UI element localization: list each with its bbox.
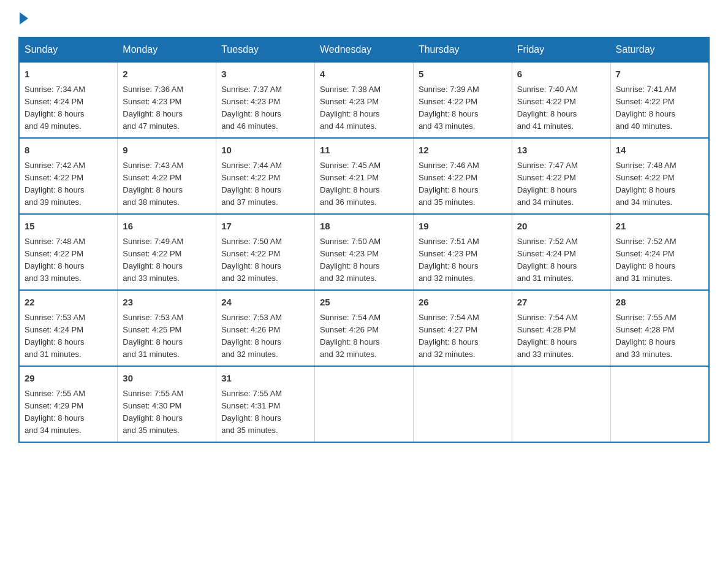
calendar-cell: 24 Sunrise: 7:53 AMSunset: 4:26 PMDaylig… <box>216 290 315 366</box>
calendar-table: SundayMondayTuesdayWednesdayThursdayFrid… <box>18 37 710 443</box>
day-info: Sunrise: 7:34 AMSunset: 4:24 PMDaylight:… <box>25 85 85 131</box>
day-number: 26 <box>419 296 507 310</box>
calendar-week-row: 15 Sunrise: 7:48 AMSunset: 4:22 PMDaylig… <box>19 214 709 290</box>
calendar-cell <box>610 366 709 442</box>
day-number: 9 <box>123 144 211 158</box>
day-info: Sunrise: 7:52 AMSunset: 4:24 PMDaylight:… <box>616 237 677 283</box>
calendar-cell: 10 Sunrise: 7:44 AMSunset: 4:22 PMDaylig… <box>216 138 315 214</box>
calendar-cell: 19 Sunrise: 7:51 AMSunset: 4:23 PMDaylig… <box>413 214 512 290</box>
calendar-cell: 23 Sunrise: 7:53 AMSunset: 4:25 PMDaylig… <box>118 290 216 366</box>
day-info: Sunrise: 7:48 AMSunset: 4:22 PMDaylight:… <box>25 237 85 283</box>
day-number: 17 <box>221 220 309 234</box>
calendar-cell: 12 Sunrise: 7:46 AMSunset: 4:22 PMDaylig… <box>413 138 512 214</box>
calendar-cell: 4 Sunrise: 7:38 AMSunset: 4:23 PMDayligh… <box>315 62 414 138</box>
day-info: Sunrise: 7:46 AMSunset: 4:22 PMDaylight:… <box>419 161 479 207</box>
calendar-cell: 18 Sunrise: 7:50 AMSunset: 4:23 PMDaylig… <box>315 214 414 290</box>
calendar-cell: 31 Sunrise: 7:55 AMSunset: 4:31 PMDaylig… <box>216 366 315 442</box>
day-info: Sunrise: 7:53 AMSunset: 4:26 PMDaylight:… <box>221 313 282 359</box>
day-info: Sunrise: 7:54 AMSunset: 4:28 PMDaylight:… <box>517 313 578 359</box>
day-info: Sunrise: 7:36 AMSunset: 4:23 PMDaylight:… <box>123 85 183 131</box>
day-number: 24 <box>221 296 309 310</box>
calendar-cell: 5 Sunrise: 7:39 AMSunset: 4:22 PMDayligh… <box>413 62 512 138</box>
page-header <box>18 12 710 25</box>
day-number: 19 <box>419 220 507 234</box>
day-info: Sunrise: 7:42 AMSunset: 4:22 PMDaylight:… <box>25 161 85 207</box>
day-number: 7 <box>616 67 703 82</box>
day-info: Sunrise: 7:54 AMSunset: 4:27 PMDaylight:… <box>419 313 479 359</box>
calendar-week-row: 1 Sunrise: 7:34 AMSunset: 4:24 PMDayligh… <box>19 62 709 138</box>
day-number: 13 <box>517 144 605 158</box>
day-info: Sunrise: 7:55 AMSunset: 4:31 PMDaylight:… <box>221 389 282 435</box>
day-info: Sunrise: 7:43 AMSunset: 4:22 PMDaylight:… <box>123 161 183 207</box>
col-header-wednesday: Wednesday <box>315 37 414 62</box>
day-number: 11 <box>320 144 408 158</box>
calendar-cell: 26 Sunrise: 7:54 AMSunset: 4:27 PMDaylig… <box>413 290 512 366</box>
calendar-cell <box>315 366 414 442</box>
day-info: Sunrise: 7:51 AMSunset: 4:23 PMDaylight:… <box>419 237 479 283</box>
calendar-cell: 14 Sunrise: 7:48 AMSunset: 4:22 PMDaylig… <box>610 138 709 214</box>
calendar-header-row: SundayMondayTuesdayWednesdayThursdayFrid… <box>19 37 709 62</box>
calendar-cell: 27 Sunrise: 7:54 AMSunset: 4:28 PMDaylig… <box>512 290 610 366</box>
day-info: Sunrise: 7:47 AMSunset: 4:22 PMDaylight:… <box>517 161 578 207</box>
calendar-cell: 15 Sunrise: 7:48 AMSunset: 4:22 PMDaylig… <box>19 214 118 290</box>
calendar-cell: 7 Sunrise: 7:41 AMSunset: 4:22 PMDayligh… <box>610 62 709 138</box>
day-info: Sunrise: 7:50 AMSunset: 4:23 PMDaylight:… <box>320 237 381 283</box>
calendar-cell: 28 Sunrise: 7:55 AMSunset: 4:28 PMDaylig… <box>610 290 709 366</box>
day-number: 3 <box>221 67 309 82</box>
day-number: 30 <box>123 372 211 386</box>
calendar-cell: 17 Sunrise: 7:50 AMSunset: 4:22 PMDaylig… <box>216 214 315 290</box>
calendar-cell: 16 Sunrise: 7:49 AMSunset: 4:22 PMDaylig… <box>118 214 216 290</box>
day-number: 22 <box>25 296 112 310</box>
calendar-cell: 29 Sunrise: 7:55 AMSunset: 4:29 PMDaylig… <box>19 366 118 442</box>
day-info: Sunrise: 7:38 AMSunset: 4:23 PMDaylight:… <box>320 85 381 131</box>
calendar-cell: 8 Sunrise: 7:42 AMSunset: 4:22 PMDayligh… <box>19 138 118 214</box>
day-number: 25 <box>320 296 408 310</box>
calendar-week-row: 22 Sunrise: 7:53 AMSunset: 4:24 PMDaylig… <box>19 290 709 366</box>
day-number: 31 <box>221 372 309 386</box>
calendar-cell: 13 Sunrise: 7:47 AMSunset: 4:22 PMDaylig… <box>512 138 610 214</box>
logo <box>18 12 28 25</box>
col-header-friday: Friday <box>512 37 610 62</box>
col-header-thursday: Thursday <box>413 37 512 62</box>
calendar-cell: 21 Sunrise: 7:52 AMSunset: 4:24 PMDaylig… <box>610 214 709 290</box>
col-header-sunday: Sunday <box>19 37 118 62</box>
calendar-cell: 3 Sunrise: 7:37 AMSunset: 4:23 PMDayligh… <box>216 62 315 138</box>
day-info: Sunrise: 7:55 AMSunset: 4:29 PMDaylight:… <box>25 389 85 435</box>
calendar-cell: 30 Sunrise: 7:55 AMSunset: 4:30 PMDaylig… <box>118 366 216 442</box>
calendar-cell: 9 Sunrise: 7:43 AMSunset: 4:22 PMDayligh… <box>118 138 216 214</box>
day-number: 10 <box>221 144 309 158</box>
day-number: 15 <box>25 220 112 234</box>
day-info: Sunrise: 7:52 AMSunset: 4:24 PMDaylight:… <box>517 237 578 283</box>
day-number: 29 <box>25 372 112 386</box>
day-number: 6 <box>517 67 605 82</box>
day-number: 18 <box>320 220 408 234</box>
calendar-cell: 1 Sunrise: 7:34 AMSunset: 4:24 PMDayligh… <box>19 62 118 138</box>
day-number: 28 <box>616 296 703 310</box>
calendar-cell <box>413 366 512 442</box>
calendar-cell <box>512 366 610 442</box>
day-info: Sunrise: 7:45 AMSunset: 4:21 PMDaylight:… <box>320 161 381 207</box>
day-number: 20 <box>517 220 605 234</box>
day-number: 4 <box>320 67 408 82</box>
day-info: Sunrise: 7:40 AMSunset: 4:22 PMDaylight:… <box>517 85 578 131</box>
day-number: 5 <box>419 67 507 82</box>
calendar-cell: 20 Sunrise: 7:52 AMSunset: 4:24 PMDaylig… <box>512 214 610 290</box>
day-number: 12 <box>419 144 507 158</box>
calendar-cell: 11 Sunrise: 7:45 AMSunset: 4:21 PMDaylig… <box>315 138 414 214</box>
col-header-monday: Monday <box>118 37 216 62</box>
day-number: 16 <box>123 220 211 234</box>
day-info: Sunrise: 7:54 AMSunset: 4:26 PMDaylight:… <box>320 313 381 359</box>
day-info: Sunrise: 7:53 AMSunset: 4:24 PMDaylight:… <box>25 313 85 359</box>
day-info: Sunrise: 7:53 AMSunset: 4:25 PMDaylight:… <box>123 313 183 359</box>
day-info: Sunrise: 7:48 AMSunset: 4:22 PMDaylight:… <box>616 161 677 207</box>
day-info: Sunrise: 7:44 AMSunset: 4:22 PMDaylight:… <box>221 161 282 207</box>
calendar-cell: 25 Sunrise: 7:54 AMSunset: 4:26 PMDaylig… <box>315 290 414 366</box>
day-number: 21 <box>616 220 703 234</box>
day-info: Sunrise: 7:37 AMSunset: 4:23 PMDaylight:… <box>221 85 282 131</box>
day-info: Sunrise: 7:49 AMSunset: 4:22 PMDaylight:… <box>123 237 183 283</box>
day-number: 23 <box>123 296 211 310</box>
calendar-cell: 22 Sunrise: 7:53 AMSunset: 4:24 PMDaylig… <box>19 290 118 366</box>
day-number: 27 <box>517 296 605 310</box>
day-info: Sunrise: 7:39 AMSunset: 4:22 PMDaylight:… <box>419 85 479 131</box>
day-number: 1 <box>25 67 112 82</box>
